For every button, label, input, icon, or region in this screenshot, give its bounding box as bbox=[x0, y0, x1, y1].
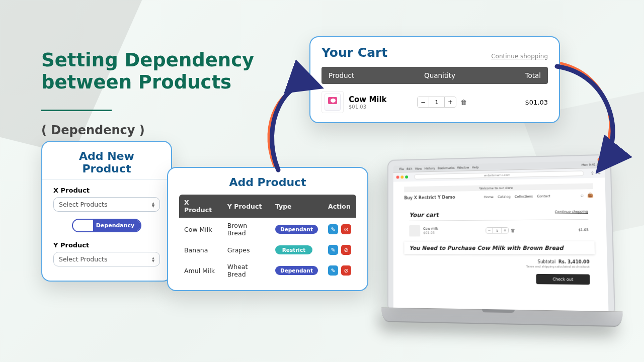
menu-item[interactable]: Window bbox=[457, 165, 469, 169]
y-product-select[interactable]: Select Products ▴▾ bbox=[53, 252, 160, 266]
x-product-label: X Product bbox=[53, 187, 160, 194]
menu-item[interactable]: Help bbox=[472, 165, 479, 169]
table-row: BananaGrapesRestrict✎⊘ bbox=[179, 241, 356, 259]
divider bbox=[409, 219, 588, 221]
cart-col-total: Total bbox=[495, 71, 541, 79]
table-row: Cow MilkBrown BreadDependant✎⊘ bbox=[179, 218, 356, 241]
checkout-button[interactable]: Check out bbox=[536, 274, 590, 285]
cell-y: Wheat Bread bbox=[222, 259, 270, 282]
dependency-warning: You Need to Purchase Cow Milk with Brown… bbox=[404, 241, 595, 254]
share-icon[interactable]: ⇪ bbox=[591, 170, 595, 175]
remove-item-icon[interactable]: 🗑 bbox=[511, 228, 515, 232]
cell-x: Banana bbox=[179, 241, 222, 259]
item-name: Cow milk bbox=[423, 227, 438, 231]
heading-line: between Products bbox=[41, 71, 231, 93]
type-badge: Dependant bbox=[275, 225, 318, 234]
menubar-clock: Mon 9:41 AM bbox=[582, 162, 601, 166]
item-total: $1.03 bbox=[544, 228, 589, 232]
delete-icon[interactable]: ⊘ bbox=[341, 265, 351, 276]
heading-line: Setting Dependency bbox=[41, 49, 254, 71]
cart-item-total: $01.03 bbox=[488, 99, 548, 106]
cart-header-bar: Product Quanitity Total bbox=[321, 67, 548, 84]
subtotal-label: Subtotal bbox=[537, 259, 555, 264]
menu-item[interactable]: Bookmarks bbox=[438, 166, 455, 170]
page-heading: Setting Dependency between Products ( De… bbox=[41, 49, 254, 138]
search-icon[interactable]: ⌕ bbox=[581, 193, 584, 198]
quantity-stepper[interactable]: − 1 + bbox=[486, 227, 509, 234]
cart-title: Your Cart bbox=[321, 45, 387, 60]
col-y: Y Product bbox=[222, 195, 270, 218]
type-badge: Dependant bbox=[275, 266, 318, 275]
cell-action: ✎⊘ bbox=[323, 218, 356, 241]
add-product-table: X Product Y Product Type Action Cow Milk… bbox=[179, 195, 356, 282]
menu-item[interactable]: Edit bbox=[407, 167, 412, 170]
cell-y: Grapes bbox=[222, 241, 270, 259]
add-product-title: Add Product bbox=[179, 176, 356, 189]
tax-note: Taxes and shipping calculated at checkou… bbox=[526, 265, 590, 268]
edit-icon[interactable]: ✎ bbox=[328, 224, 338, 234]
new-tab-icon[interactable]: ＋ bbox=[596, 169, 601, 176]
dependency-toggle[interactable]: Dependancy bbox=[72, 219, 142, 232]
cart-item-thumbnail bbox=[321, 91, 344, 113]
continue-shopping-link[interactable]: Continue shopping bbox=[491, 53, 548, 60]
y-product-placeholder: Select Products bbox=[59, 255, 108, 263]
item-thumb bbox=[409, 225, 420, 237]
edit-icon[interactable]: ✎ bbox=[328, 245, 338, 255]
add-new-product-card: Add New Product X Product Select Product… bbox=[41, 141, 172, 282]
qty-plus-button[interactable]: + bbox=[445, 97, 456, 107]
table-row: Amul MilkWheat BreadDependant✎⊘ bbox=[179, 259, 356, 282]
continue-shopping-link[interactable]: Continue shopping bbox=[555, 210, 589, 218]
nav-link[interactable]: Contact bbox=[537, 194, 550, 198]
cell-action: ✎⊘ bbox=[323, 241, 356, 259]
your-cart-card: Your Cart Continue shopping Product Quan… bbox=[309, 36, 560, 123]
menu-item[interactable]: History bbox=[425, 166, 435, 170]
item-price: $01.03 bbox=[423, 231, 438, 235]
col-action: Action bbox=[323, 195, 356, 218]
cart-item-row: Cow Milk $01.03 − 1 + 🗑 $01.03 bbox=[321, 84, 548, 114]
cart-item-price: $01.03 bbox=[349, 104, 387, 110]
toggle-label: Dependancy bbox=[93, 220, 141, 231]
heading-subtitle: ( Dependency ) bbox=[41, 123, 254, 138]
select-chevrons-icon: ▴▾ bbox=[152, 202, 154, 208]
quantity-stepper[interactable]: − 1 + bbox=[417, 97, 456, 108]
cell-action: ✎⊘ bbox=[323, 259, 356, 282]
y-product-label: Y Product bbox=[53, 241, 160, 249]
laptop-cart-row: Cow milk $01.03 − 1 + 🗑 $1.03 bbox=[409, 224, 589, 237]
remove-item-icon[interactable]: 🗑 bbox=[460, 99, 467, 106]
edit-icon[interactable]: ✎ bbox=[328, 265, 338, 276]
menu-item[interactable]: View bbox=[415, 166, 422, 170]
add-product-card: Add Product X Product Y Product Type Act… bbox=[167, 167, 368, 291]
subtotal-amount: Rs. 3,410.00 bbox=[558, 259, 590, 264]
your-cart-heading: Your cart bbox=[409, 211, 439, 219]
nav-link[interactable]: Home bbox=[484, 195, 494, 199]
traffic-lights-icon bbox=[396, 175, 409, 179]
delete-icon[interactable]: ⊘ bbox=[341, 224, 351, 234]
cell-type: Dependant bbox=[270, 259, 323, 282]
menu-item[interactable]: File bbox=[399, 167, 404, 170]
cell-x: Cow Milk bbox=[179, 218, 222, 241]
cart-col-quantity: Quanitity bbox=[424, 71, 495, 79]
x-product-select[interactable]: Select Products ▴▾ bbox=[53, 197, 160, 212]
cell-y: Brown Bread bbox=[222, 218, 270, 241]
laptop-mockup: FileEditViewHistoryBookmarksWindowHelp M… bbox=[387, 153, 644, 362]
qty-minus-button[interactable]: − bbox=[486, 228, 493, 233]
add-new-product-title: Add New Product bbox=[53, 150, 160, 175]
cart-col-product: Product bbox=[329, 71, 424, 79]
bag-icon[interactable]: 👜 bbox=[587, 192, 593, 198]
cell-type: Restrict bbox=[270, 241, 323, 259]
select-chevrons-icon: ▴▾ bbox=[152, 256, 154, 262]
cell-type: Dependant bbox=[270, 218, 323, 241]
qty-value: 1 bbox=[493, 228, 502, 233]
qty-plus-button[interactable]: + bbox=[502, 228, 508, 233]
delete-icon[interactable]: ⊘ bbox=[341, 245, 351, 255]
x-product-placeholder: Select Products bbox=[59, 201, 108, 208]
qty-value: 1 bbox=[429, 97, 445, 107]
store-brand: Buy X Restrict Y Demo bbox=[404, 195, 455, 200]
divider bbox=[42, 179, 171, 179]
qty-minus-button[interactable]: − bbox=[418, 97, 429, 107]
nav-link[interactable]: Collections bbox=[515, 194, 533, 198]
nav-link[interactable]: Catalog bbox=[498, 195, 510, 199]
cart-item-name: Cow Milk bbox=[349, 95, 387, 104]
cell-x: Amul Milk bbox=[179, 259, 222, 282]
col-x: X Product bbox=[179, 195, 222, 218]
